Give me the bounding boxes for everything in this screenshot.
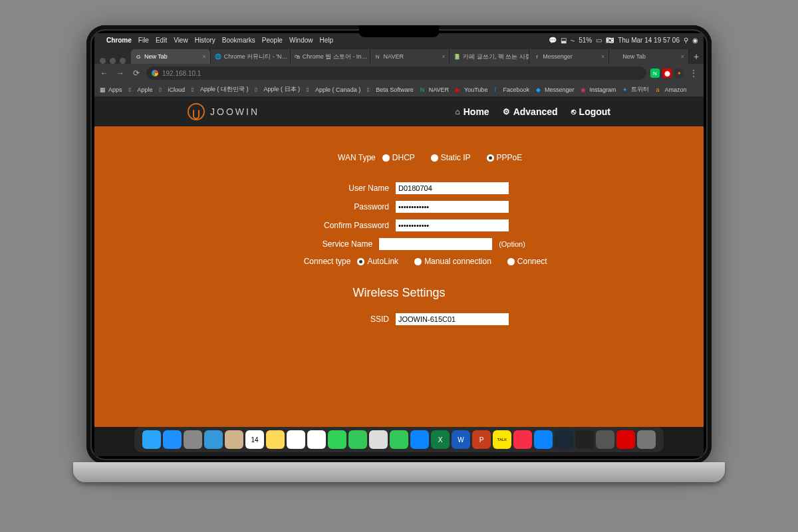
dock-app-keynote[interactable] [410,430,429,449]
dock-app-maps[interactable] [369,430,388,449]
username-input[interactable] [396,182,509,194]
wan-option[interactable]: Static IP [431,153,471,162]
window-minimize-icon[interactable] [110,58,116,64]
dock-app-kakaotalk[interactable]: TALK [493,430,511,449]
connect-option[interactable]: Connect [507,257,547,266]
ext-red-icon[interactable]: ⬤ [662,68,672,78]
bookmark-item[interactable]: Apple ( 대한민국 ) [192,85,249,94]
connect-option[interactable]: AutoLink [357,257,398,266]
browser-tab[interactable]: NNAVER× [370,49,450,64]
gear-icon: ⚙ [503,107,510,116]
dock-app-numbers[interactable] [390,430,408,449]
bookmark-item[interactable]: Beta Software [367,86,414,93]
spotlight-icon[interactable]: ⚲ [684,37,688,44]
dock-app-settings[interactable] [596,430,614,449]
nav-logout[interactable]: ⎋Logout [571,106,610,117]
ext-dark-icon[interactable]: ✦ [674,68,684,78]
bookmark-item[interactable]: aAmazon [656,86,686,93]
app-name[interactable]: Chrome [106,37,132,44]
page-header: JOOWIN ⌂Home ⚙Advanced ⎋Logout [94,97,704,126]
dock-app-photos[interactable] [307,430,326,449]
bookmark-item[interactable]: Apple ( Canada ) [307,86,360,93]
dock-app-atom[interactable] [575,430,594,449]
tab-label: New Tab [144,53,168,60]
bookmark-item[interactable]: ◉Instagram [581,86,616,93]
bookmark-item[interactable]: iCloud [160,86,186,93]
confirm-password-input[interactable] [396,219,509,231]
menu-history[interactable]: History [195,37,215,44]
menu-bookmarks[interactable]: Bookmarks [222,37,255,44]
nav-advanced[interactable]: ⚙Advanced [503,106,558,117]
bookmark-item[interactable]: Apple [129,86,153,93]
dock-app-reminders[interactable] [287,430,305,449]
dock-app-calendar[interactable]: 14 [245,430,264,449]
dock-app-music[interactable] [513,430,532,449]
close-icon[interactable]: × [203,53,206,60]
wan-option[interactable]: DHCP [382,153,415,162]
close-icon[interactable]: × [442,53,445,60]
dock-app-powerpoint[interactable]: P [472,430,491,449]
bookmark-item[interactable]: ▶YouTube [456,86,487,93]
dock-app-mail[interactable] [204,430,223,449]
dock-app-parallels[interactable] [616,430,635,449]
new-tab-button[interactable]: + [689,49,704,64]
close-icon[interactable]: × [681,53,684,60]
dock-app-facetime[interactable] [348,430,367,449]
flag-icon[interactable]: 🇰🇷 [606,37,614,44]
dock-app-launchpad[interactable] [184,430,202,449]
dock-app-appstore[interactable] [534,430,553,449]
ssid-input[interactable] [396,313,509,325]
menu-help[interactable]: Help [320,37,334,44]
window-zoom-icon[interactable] [120,58,126,64]
dropbox-icon[interactable]: ⬓ [561,37,567,44]
bookmark-item[interactable]: ◆Messenger [536,86,575,93]
bookmark-icon: ◆ [536,86,543,93]
nav-home[interactable]: ⌂Home [456,106,489,117]
browser-tab[interactable]: 🛍Chrome 웹 스토어 - In…× [291,49,370,64]
dock-app-steam[interactable] [555,430,573,449]
home-icon: ⌂ [456,107,460,116]
back-button[interactable]: ← [98,67,110,79]
apps-shortcut[interactable]: ▦Apps [100,86,122,93]
username-label: User Name [289,184,389,193]
menu-file[interactable]: File [138,37,149,44]
dock-app-excel[interactable]: X [431,430,450,449]
close-icon[interactable]: × [601,53,604,60]
browser-tab[interactable]: fMessenger× [529,49,609,64]
menu-view[interactable]: View [174,37,188,44]
wan-option[interactable]: PPPoE [487,153,523,162]
dock-app-trash[interactable] [637,430,656,449]
browser-tab[interactable]: GNew Tab× [131,49,211,64]
dock-app-word[interactable]: W [452,430,470,449]
address-bar[interactable]: 192.168.10.1 [146,66,646,80]
reload-button[interactable]: ⟳ [130,67,142,79]
browser-tab[interactable]: 📗카페 글쓰기, 맥 쓰는 사람…× [450,49,529,64]
browser-tab[interactable]: New Tab× [609,49,689,64]
dock-app-safari[interactable] [163,430,182,449]
bookmark-item[interactable]: NNAVER [420,86,449,93]
window-close-icon[interactable] [100,58,106,64]
dock-app-finder[interactable] [142,430,161,449]
clock[interactable]: Thu Mar 14 19 57 06 [618,37,680,44]
dock-app-messages[interactable] [328,430,346,449]
forward-button[interactable]: → [114,67,126,79]
dock-app-contacts[interactable] [225,430,243,449]
service-name-input[interactable] [379,238,492,250]
menu-edit[interactable]: Edit [156,37,167,44]
bookmark-item[interactable]: fFacebook [494,86,529,93]
battery-icon[interactable]: ▭ [596,37,602,44]
chat-icon[interactable]: 💬 [549,37,557,44]
menu-button[interactable]: ⋮ [688,67,700,79]
connect-option[interactable]: Manual connection [414,257,491,266]
bookmark-item[interactable]: ✦트위터 [622,85,649,94]
browser-tab[interactable]: 🌐Chrome 커뮤니티 - 'N…× [211,49,291,64]
wifi-icon[interactable]: ⏦ [571,37,575,44]
tab-label: NAVER [384,53,404,60]
menu-window[interactable]: Window [289,37,313,44]
ext-naver-icon[interactable]: N [650,68,660,78]
siri-icon[interactable]: ◉ [692,37,698,44]
bookmark-item[interactable]: Apple ( 日本 ) [255,85,301,94]
menu-people[interactable]: People [262,37,283,44]
password-input[interactable] [396,201,509,213]
dock-app-notes[interactable] [266,430,285,449]
